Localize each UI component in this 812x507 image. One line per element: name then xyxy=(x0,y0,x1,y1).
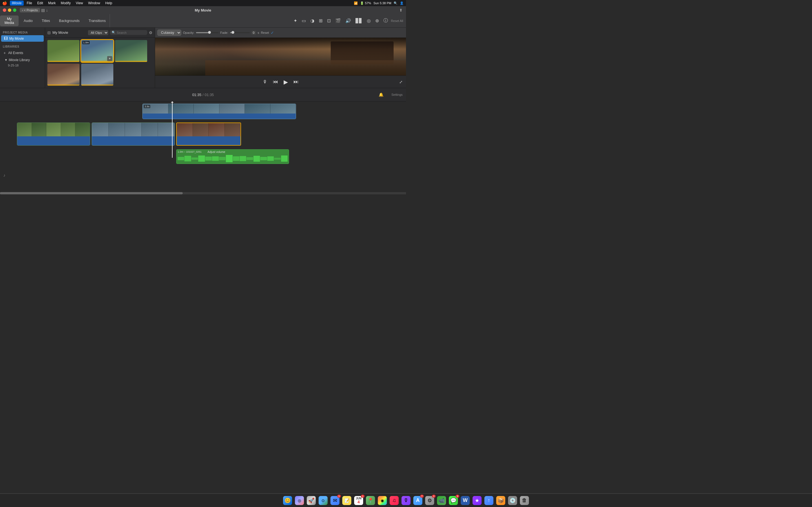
thumb-train-inner xyxy=(115,40,147,62)
confirm-button[interactable]: ✓ xyxy=(271,31,274,35)
menubar-battery: 🔋 57% xyxy=(360,1,371,5)
media-thumb-3[interactable] xyxy=(115,40,147,62)
clip-1-frame-3 xyxy=(46,123,61,136)
menubar-user-icon[interactable]: 👤 xyxy=(400,1,404,5)
sidebar-item-all-events[interactable]: ＋ All Events xyxy=(0,49,45,57)
cutaway-frame-4 xyxy=(219,104,245,114)
timeline-scrollbar[interactable] xyxy=(0,192,406,194)
plus-icon: ＋ xyxy=(3,50,6,55)
microphone-button[interactable]: 🎙 xyxy=(263,79,267,84)
timeline[interactable]: 3.9s xyxy=(0,101,406,194)
menu-edit[interactable]: Edit xyxy=(35,1,45,6)
project-media-header: PROJECT MEDIA xyxy=(0,30,45,35)
reset-button[interactable]: Reset xyxy=(261,31,269,34)
thumb-progress-bar-3 xyxy=(115,61,147,62)
cutaway-clip[interactable]: 3.9s xyxy=(142,104,296,119)
reset-all-button[interactable]: Reset All xyxy=(391,19,403,22)
thumb-duration: 1.0m xyxy=(82,41,90,44)
maximize-button[interactable] xyxy=(13,8,16,12)
media-thumb-2[interactable]: 1.0m + xyxy=(81,40,113,62)
audio-track[interactable]: 1.0m – 101027_0251 Adjust volume xyxy=(176,149,289,164)
crop-icon[interactable]: ▭ xyxy=(300,17,307,24)
menu-window[interactable]: Window xyxy=(86,1,102,6)
media-browser: ⊟ My Movie All Clips 🔍 ⚙ 1.0m xyxy=(45,27,155,88)
color-board-icon[interactable]: ⊞ xyxy=(317,17,324,24)
timeline-scroll-thumb[interactable] xyxy=(0,192,183,194)
media-browser-title: My Movie xyxy=(52,31,86,35)
filmstrip-view-button[interactable]: ▤ xyxy=(41,8,45,12)
sidebar-toggle-button[interactable]: ⊟ xyxy=(47,31,51,35)
video-overlay-icon[interactable]: 🎬 xyxy=(334,17,342,24)
clips-filter-dropdown[interactable]: All Clips xyxy=(88,30,108,35)
sidebar-date-item[interactable]: 9-25-18 xyxy=(0,63,45,68)
fade-value: 0 xyxy=(252,31,256,35)
fast-forward-button[interactable]: ⏭ xyxy=(294,79,299,85)
cutaway-frame-5 xyxy=(245,104,270,114)
audio-icon[interactable]: 🔊 xyxy=(344,17,352,24)
media-header: ⊟ My Movie All Clips 🔍 ⚙ xyxy=(45,27,155,38)
clip-2-frame-4 xyxy=(142,123,158,136)
playhead[interactable] xyxy=(172,101,172,158)
opacity-slider[interactable] xyxy=(196,32,218,33)
cutaway-dropdown[interactable]: Cutaway xyxy=(157,30,181,36)
menubar-search-icon[interactable]: 🔍 xyxy=(394,1,398,5)
movie-reel-icon: 🎞 xyxy=(4,36,8,41)
timeline-clip-2[interactable] xyxy=(92,122,175,146)
filter-settings-icon[interactable]: ⚙ xyxy=(149,31,153,35)
minimize-button[interactable] xyxy=(8,8,11,12)
thumb-add-button[interactable]: + xyxy=(107,56,112,61)
titlebar: ‹ < Projects ▤ ↓ My Movie ⬆ xyxy=(0,6,406,14)
current-timecode: 01:35 xyxy=(192,93,202,97)
menu-imovie[interactable]: iMovie xyxy=(10,1,24,6)
color-icon[interactable]: ◑ xyxy=(309,17,316,24)
menu-modify[interactable]: Modify xyxy=(59,1,72,6)
menu-view[interactable]: View xyxy=(74,1,85,6)
thumb-city-inner xyxy=(81,64,113,86)
timeline-settings-button[interactable]: Settings xyxy=(391,93,403,96)
menubar-right: 📶 🔋 57% Sun 5:38 PM 🔍 👤 xyxy=(354,1,404,5)
volume-icon[interactable]: 🔔 xyxy=(378,93,384,97)
menu-mark[interactable]: Mark xyxy=(46,1,58,6)
media-thumb-5[interactable] xyxy=(81,64,113,86)
media-thumb-4[interactable] xyxy=(47,64,80,86)
tab-my-media[interactable]: My Media xyxy=(0,15,18,26)
search-icon: 🔍 xyxy=(112,31,116,34)
thumb-progress-bar-4 xyxy=(47,84,80,86)
crop-tool-icon[interactable]: ⊡ xyxy=(326,17,332,24)
equalizer-icon[interactable]: ▊▊ xyxy=(354,17,364,24)
sidebar-item-imovie-library[interactable]: ▾ iMovie Library xyxy=(0,57,45,63)
close-button[interactable] xyxy=(3,8,6,12)
import-button[interactable]: ↓ xyxy=(46,8,48,12)
tab-transitions[interactable]: Transitions xyxy=(85,17,110,24)
media-thumb-1[interactable] xyxy=(47,40,80,62)
share-button[interactable]: ⬆ xyxy=(399,8,403,12)
timeline-clip-1[interactable] xyxy=(17,122,90,146)
adjust-volume-label: Adjust volume xyxy=(207,151,225,154)
fade-slider[interactable] xyxy=(230,32,250,33)
clip-1-frame-5 xyxy=(75,123,90,136)
info-icon[interactable]: ⓘ xyxy=(382,17,389,24)
menu-help[interactable]: Help xyxy=(103,1,114,6)
speedometer-icon[interactable]: ◎ xyxy=(365,17,372,24)
rewind-button[interactable]: ⏮ xyxy=(273,79,278,85)
timecode-divider: / xyxy=(202,93,204,97)
opacity-label: Opacity: xyxy=(183,31,194,34)
content-area: PROJECT MEDIA 🎞 My Movie LIBRARIES ＋ All… xyxy=(0,27,406,88)
clip-1-frame-2 xyxy=(32,123,47,136)
clip-3-frame-4 xyxy=(225,123,241,136)
apple-menu[interactable]: 🍎 xyxy=(2,1,7,5)
magic-wand-icon[interactable]: ✦ xyxy=(292,17,299,24)
search-input[interactable] xyxy=(117,31,146,34)
menu-file[interactable]: File xyxy=(25,1,34,6)
tab-audio[interactable]: Audio xyxy=(20,17,37,24)
thumb-progress-bar xyxy=(47,61,80,62)
play-button[interactable]: ▶ xyxy=(284,78,288,86)
stabilize-icon[interactable]: ⊛ xyxy=(374,17,380,24)
clip-3-audio xyxy=(177,136,241,145)
sidebar-item-my-movie[interactable]: 🎞 My Movie xyxy=(1,35,44,42)
projects-back-button[interactable]: ‹ < Projects xyxy=(20,8,40,12)
timeline-clip-3-selected[interactable] xyxy=(176,122,241,146)
fullscreen-button[interactable]: ⤢ xyxy=(399,80,403,84)
tab-titles[interactable]: Titles xyxy=(38,17,54,24)
tab-backgrounds[interactable]: Backgrounds xyxy=(55,17,84,24)
